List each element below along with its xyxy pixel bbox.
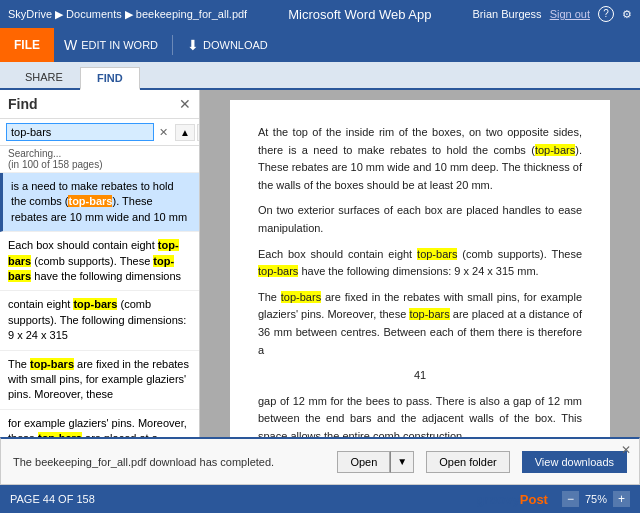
- status-bar: PAGE 44 OF 158 groovyPost − 75% +: [0, 485, 640, 513]
- find-panel: Find ✕ ✕ ▲ ▼ Searching... (in 100 of 158…: [0, 90, 200, 485]
- find-highlight: top-bars: [30, 358, 74, 370]
- brand-logo: groovyPost: [476, 492, 548, 507]
- signout-link[interactable]: Sign out: [550, 8, 590, 20]
- find-search-input[interactable]: [6, 123, 154, 141]
- open-dropdown-button[interactable]: ▼: [390, 451, 414, 473]
- find-header: Find ✕: [0, 90, 199, 119]
- zoom-in-button[interactable]: +: [613, 491, 630, 507]
- view-downloads-button[interactable]: View downloads: [522, 451, 627, 473]
- tab-bar: SHARE FIND: [0, 62, 640, 90]
- top-bar-left: SkyDrive ▶ Documents ▶ beekeeping_for_al…: [8, 8, 247, 21]
- zoom-out-button[interactable]: −: [562, 491, 579, 507]
- status-right: groovyPost − 75% +: [476, 491, 630, 507]
- help-icon[interactable]: ?: [598, 6, 614, 22]
- find-highlight: top-bars: [258, 265, 298, 277]
- find-close-button[interactable]: ✕: [179, 96, 191, 112]
- zoom-level: 75%: [585, 493, 607, 505]
- doc-paragraph: On two exterior surfaces of each box are…: [258, 202, 582, 237]
- find-result-item[interactable]: is a need to make rebates to hold the co…: [0, 173, 199, 232]
- username: Brian Burgess: [473, 8, 542, 20]
- document-page: At the top of the inside rim of the boxe…: [230, 100, 610, 485]
- status-left: PAGE 44 OF 158: [10, 493, 95, 505]
- top-bar: SkyDrive ▶ Documents ▶ beekeeping_for_al…: [0, 0, 640, 28]
- download-notification: ✕ The beekeeping_for_all.pdf download ha…: [200, 437, 640, 485]
- find-clear-button[interactable]: ✕: [156, 126, 171, 139]
- ribbon: FILE W EDIT IN WORD ⬇ DOWNLOAD: [0, 28, 640, 62]
- find-result-item[interactable]: contain eight top-bars (comb supports). …: [0, 291, 199, 350]
- find-highlight: top-bars: [281, 291, 321, 303]
- notify-close-button[interactable]: ✕: [621, 443, 631, 457]
- download-icon: ⬇: [187, 37, 199, 53]
- find-highlight: top-bars: [8, 255, 174, 282]
- doc-paragraph: At the top of the inside rim of the boxe…: [258, 124, 582, 194]
- find-nav: ▲ ▼: [173, 124, 200, 141]
- open-folder-button[interactable]: Open folder: [426, 451, 509, 473]
- find-input-row: ✕ ▲ ▼: [0, 119, 199, 146]
- open-button[interactable]: Open: [337, 451, 390, 473]
- page-number: 41: [258, 367, 582, 385]
- find-prev-button[interactable]: ▲: [175, 124, 195, 141]
- doc-paragraph: The top-bars are fixed in the rebates wi…: [258, 289, 582, 359]
- find-highlight: top-bars: [535, 144, 575, 156]
- find-result-item[interactable]: The top-bars are fixed in the rebates wi…: [0, 351, 199, 410]
- skydrive-path[interactable]: SkyDrive ▶ Documents ▶ beekeeping_for_al…: [8, 8, 247, 21]
- main-area: Find ✕ ✕ ▲ ▼ Searching... (in 100 of 158…: [0, 90, 640, 485]
- settings-icon[interactable]: ⚙: [622, 8, 632, 21]
- app-title: Microsoft Word Web App: [288, 7, 431, 22]
- doc-paragraph: Each box should contain eight top-bars (…: [258, 246, 582, 281]
- ribbon-separator: [172, 35, 173, 55]
- find-highlight: top-bars: [73, 298, 117, 310]
- tab-find[interactable]: FIND: [80, 67, 140, 90]
- top-bar-right: Brian Burgess Sign out ? ⚙: [473, 6, 632, 22]
- find-searching-status: Searching... (in 100 of 158 pages): [0, 146, 199, 173]
- tab-share[interactable]: SHARE: [8, 66, 80, 88]
- find-result-item[interactable]: Each box should contain eight top-bars (…: [0, 232, 199, 291]
- word-icon: W: [64, 37, 77, 53]
- find-title: Find: [8, 96, 38, 112]
- document-area[interactable]: At the top of the inside rim of the boxe…: [200, 90, 640, 485]
- edit-in-word-button[interactable]: W EDIT IN WORD: [54, 28, 168, 62]
- find-highlight: top-bars: [409, 308, 449, 320]
- find-highlight: top-bars: [417, 248, 457, 260]
- file-button[interactable]: FILE: [0, 28, 54, 62]
- page-count-label: PAGE 44 OF 158: [10, 493, 95, 505]
- notify-text: The beekeeping_for_all.pdf download has …: [200, 456, 325, 468]
- download-button[interactable]: ⬇ DOWNLOAD: [177, 28, 278, 62]
- find-highlight: top-bars: [68, 195, 112, 207]
- open-button-group: Open ▼: [337, 451, 414, 473]
